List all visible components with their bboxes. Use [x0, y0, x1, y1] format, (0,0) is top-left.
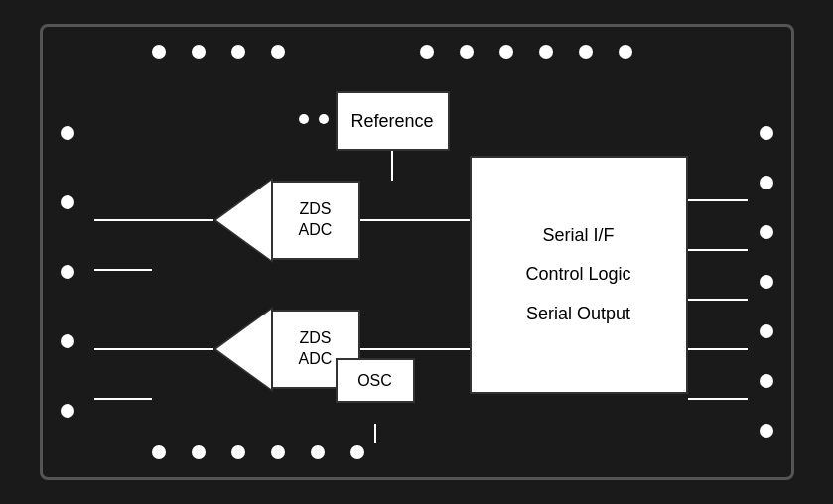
dot [319, 114, 329, 124]
logic-text: Serial I/F Control Logic Serial Output [525, 216, 630, 334]
pin [152, 445, 166, 459]
pin [539, 45, 553, 59]
pin [192, 445, 206, 459]
adc2-label: ZDS ADC [299, 328, 333, 370]
adc1-block: ZDS ADC [271, 181, 360, 260]
chip-diagram: Reference ZDS ADC ZDS ADC OSC Serial I/F… [40, 24, 794, 480]
pin [499, 45, 513, 59]
pin [61, 404, 74, 418]
osc-block: OSC [336, 358, 415, 403]
adc2-arrow [216, 310, 271, 389]
pin [61, 334, 74, 348]
pin [271, 445, 285, 459]
pin [271, 45, 285, 59]
osc-label: OSC [357, 372, 392, 390]
pin [760, 225, 773, 239]
pin [231, 45, 245, 59]
pin [231, 445, 245, 459]
pin [152, 45, 166, 59]
pin [61, 265, 74, 279]
dot [299, 114, 309, 124]
pin [420, 45, 434, 59]
pin [311, 445, 325, 459]
logic-block: Serial I/F Control Logic Serial Output [470, 156, 688, 394]
pin [350, 445, 364, 459]
pin [760, 324, 773, 338]
pin [61, 126, 74, 140]
pin [760, 424, 773, 438]
pin [460, 45, 474, 59]
pin [760, 275, 773, 289]
pin [61, 195, 74, 209]
pin [619, 45, 632, 59]
pin [760, 126, 773, 140]
reference-label: Reference [350, 111, 433, 132]
pin [579, 45, 593, 59]
reference-block: Reference [336, 91, 450, 151]
pin [192, 45, 206, 59]
adc1-label: ZDS ADC [299, 199, 333, 241]
pin [760, 176, 773, 189]
pin [760, 374, 773, 388]
adc1-arrow [216, 181, 271, 260]
